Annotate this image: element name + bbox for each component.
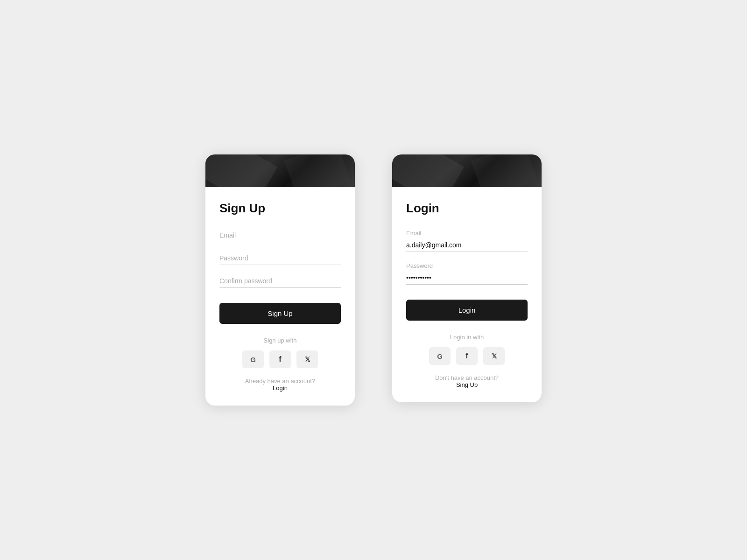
login-button[interactable]: Login bbox=[406, 300, 528, 321]
signup-title: Sign Up bbox=[219, 201, 341, 216]
login-social-buttons: G f 𝕏 bbox=[406, 347, 528, 365]
page-wrapper: Sign Up Sign Up Sign up with G f bbox=[205, 154, 542, 406]
signup-google-button[interactable]: G bbox=[242, 350, 264, 368]
signup-twitter-button[interactable]: 𝕏 bbox=[296, 350, 318, 368]
signup-button[interactable]: Sign Up bbox=[219, 303, 341, 324]
signup-confirm-password-input[interactable] bbox=[219, 275, 341, 288]
login-email-group: Email bbox=[406, 230, 528, 252]
login-password-group: Password bbox=[406, 262, 528, 285]
login-title: Login bbox=[406, 201, 528, 216]
twitter-icon: 𝕏 bbox=[305, 356, 310, 363]
login-email-input[interactable] bbox=[406, 239, 528, 252]
facebook-icon: f bbox=[279, 355, 281, 364]
google-icon: G bbox=[250, 356, 256, 364]
signup-email-input[interactable] bbox=[219, 230, 341, 242]
login-header bbox=[392, 154, 542, 187]
login-twitter-button[interactable]: 𝕏 bbox=[483, 347, 505, 365]
login-footer-question: Don't have an account? bbox=[435, 374, 499, 381]
signup-footer: Already have an account? Login bbox=[219, 378, 341, 392]
login-social-section: Login in with G f 𝕏 Don't have an accoun… bbox=[406, 334, 528, 388]
signup-facebook-button[interactable]: f bbox=[269, 350, 291, 368]
signup-social-label: Sign up with bbox=[219, 337, 341, 344]
signup-password-group bbox=[219, 252, 341, 265]
facebook-icon: f bbox=[465, 352, 468, 360]
login-facebook-button[interactable]: f bbox=[456, 347, 478, 365]
login-google-button[interactable]: G bbox=[429, 347, 451, 365]
login-password-input[interactable] bbox=[406, 272, 528, 285]
signup-social-section: Sign up with G f 𝕏 Already have an accou… bbox=[219, 337, 341, 392]
signup-social-buttons: G f 𝕏 bbox=[219, 350, 341, 368]
google-icon: G bbox=[437, 352, 443, 360]
signup-login-link[interactable]: Login bbox=[219, 385, 341, 392]
signup-confirm-password-group bbox=[219, 275, 341, 288]
login-email-label: Email bbox=[406, 230, 528, 237]
login-password-label: Password bbox=[406, 262, 528, 269]
signup-body: Sign Up Sign Up Sign up with G f bbox=[205, 187, 355, 406]
twitter-icon: 𝕏 bbox=[492, 352, 497, 360]
signup-password-input[interactable] bbox=[219, 252, 341, 265]
login-signup-link[interactable]: Sing Up bbox=[406, 381, 528, 388]
signup-card: Sign Up Sign Up Sign up with G f bbox=[205, 154, 355, 406]
signup-email-group bbox=[219, 230, 341, 242]
login-body: Login Email Password Login Login in with… bbox=[392, 187, 542, 402]
signup-header bbox=[205, 154, 355, 187]
signup-footer-question: Already have an account? bbox=[245, 378, 315, 385]
login-social-label: Login in with bbox=[406, 334, 528, 341]
login-footer: Don't have an account? Sing Up bbox=[406, 374, 528, 388]
login-card: Login Email Password Login Login in with… bbox=[392, 154, 542, 402]
